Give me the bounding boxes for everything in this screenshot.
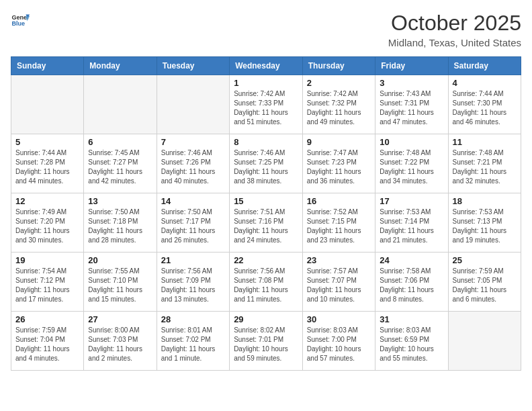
calendar-cell	[448, 312, 521, 371]
calendar-cell: 22Sunrise: 7:56 AM Sunset: 7:08 PM Dayli…	[230, 253, 303, 312]
day-info: Sunrise: 7:44 AM Sunset: 7:30 PM Dayligh…	[453, 89, 517, 127]
day-info: Sunrise: 7:53 AM Sunset: 7:14 PM Dayligh…	[380, 208, 443, 245]
day-number: 2	[307, 78, 371, 88]
day-info: Sunrise: 7:51 AM Sunset: 7:16 PM Dayligh…	[234, 208, 298, 245]
day-info: Sunrise: 7:59 AM Sunset: 7:05 PM Dayligh…	[453, 267, 517, 304]
day-info: Sunrise: 7:54 AM Sunset: 7:12 PM Dayligh…	[15, 267, 79, 304]
week-row-3: 19Sunrise: 7:54 AM Sunset: 7:12 PM Dayli…	[11, 253, 521, 312]
day-number: 26	[15, 314, 79, 324]
calendar-cell: 21Sunrise: 7:56 AM Sunset: 7:09 PM Dayli…	[157, 253, 229, 312]
calendar-cell	[157, 75, 229, 134]
day-number: 25	[453, 255, 517, 265]
calendar-cell: 3Sunrise: 7:43 AM Sunset: 7:31 PM Daylig…	[375, 75, 448, 134]
calendar-cell: 10Sunrise: 7:48 AM Sunset: 7:22 PM Dayli…	[375, 134, 448, 193]
day-info: Sunrise: 7:48 AM Sunset: 7:22 PM Dayligh…	[380, 148, 443, 186]
day-info: Sunrise: 7:48 AM Sunset: 7:21 PM Dayligh…	[453, 148, 517, 186]
calendar-cell	[84, 75, 157, 134]
day-info: Sunrise: 7:49 AM Sunset: 7:20 PM Dayligh…	[15, 208, 79, 245]
calendar-cell: 27Sunrise: 8:00 AM Sunset: 7:03 PM Dayli…	[84, 312, 157, 371]
day-number: 19	[15, 255, 79, 265]
day-number: 31	[380, 314, 443, 324]
page-header: General Blue October 2025 Midland, Texas…	[11, 11, 521, 48]
calendar-cell: 30Sunrise: 8:03 AM Sunset: 7:00 PM Dayli…	[302, 312, 375, 371]
week-row-0: 1Sunrise: 7:42 AM Sunset: 7:33 PM Daylig…	[11, 75, 521, 134]
day-number: 1	[234, 78, 298, 88]
col-header-thursday: Thursday	[302, 57, 375, 75]
col-header-monday: Monday	[84, 57, 157, 75]
day-number: 7	[161, 137, 225, 147]
day-number: 15	[234, 196, 298, 206]
week-row-2: 12Sunrise: 7:49 AM Sunset: 7:20 PM Dayli…	[11, 193, 521, 253]
week-row-1: 5Sunrise: 7:44 AM Sunset: 7:28 PM Daylig…	[11, 134, 521, 193]
day-info: Sunrise: 7:59 AM Sunset: 7:04 PM Dayligh…	[15, 326, 79, 363]
calendar-header-row: SundayMondayTuesdayWednesdayThursdayFrid…	[11, 57, 521, 75]
day-info: Sunrise: 7:52 AM Sunset: 7:15 PM Dayligh…	[307, 208, 371, 245]
title-block: October 2025 Midland, Texas, United Stat…	[388, 11, 521, 48]
day-number: 9	[307, 137, 371, 147]
day-info: Sunrise: 7:53 AM Sunset: 7:13 PM Dayligh…	[453, 208, 517, 245]
day-info: Sunrise: 7:56 AM Sunset: 7:09 PM Dayligh…	[161, 267, 225, 304]
day-info: Sunrise: 8:01 AM Sunset: 7:02 PM Dayligh…	[161, 326, 225, 363]
calendar-cell	[11, 75, 84, 134]
day-number: 28	[161, 314, 225, 324]
calendar-cell: 17Sunrise: 7:53 AM Sunset: 7:14 PM Dayli…	[375, 193, 448, 253]
calendar-cell: 23Sunrise: 7:57 AM Sunset: 7:07 PM Dayli…	[302, 253, 375, 312]
day-info: Sunrise: 7:57 AM Sunset: 7:07 PM Dayligh…	[307, 267, 371, 304]
day-number: 27	[88, 314, 152, 324]
day-info: Sunrise: 7:55 AM Sunset: 7:10 PM Dayligh…	[88, 267, 152, 304]
logo: General Blue	[11, 11, 30, 30]
day-number: 13	[88, 196, 152, 206]
day-number: 4	[453, 78, 517, 88]
day-info: Sunrise: 7:46 AM Sunset: 7:25 PM Dayligh…	[234, 148, 298, 186]
calendar-cell: 13Sunrise: 7:50 AM Sunset: 7:18 PM Dayli…	[84, 193, 157, 253]
col-header-sunday: Sunday	[11, 57, 84, 75]
calendar-cell: 14Sunrise: 7:50 AM Sunset: 7:17 PM Dayli…	[157, 193, 229, 253]
calendar-cell: 18Sunrise: 7:53 AM Sunset: 7:13 PM Dayli…	[448, 193, 521, 253]
calendar-cell: 12Sunrise: 7:49 AM Sunset: 7:20 PM Dayli…	[11, 193, 84, 253]
day-number: 6	[88, 137, 152, 147]
day-info: Sunrise: 7:46 AM Sunset: 7:26 PM Dayligh…	[161, 148, 225, 186]
calendar-cell: 15Sunrise: 7:51 AM Sunset: 7:16 PM Dayli…	[230, 193, 303, 253]
day-info: Sunrise: 8:03 AM Sunset: 6:59 PM Dayligh…	[380, 326, 443, 363]
day-number: 24	[380, 255, 443, 265]
svg-text:Blue: Blue	[11, 20, 25, 27]
calendar-cell: 28Sunrise: 8:01 AM Sunset: 7:02 PM Dayli…	[157, 312, 229, 371]
calendar-cell: 26Sunrise: 7:59 AM Sunset: 7:04 PM Dayli…	[11, 312, 84, 371]
col-header-saturday: Saturday	[448, 57, 521, 75]
day-number: 10	[380, 137, 443, 147]
calendar-cell: 6Sunrise: 7:45 AM Sunset: 7:27 PM Daylig…	[84, 134, 157, 193]
calendar-cell: 25Sunrise: 7:59 AM Sunset: 7:05 PM Dayli…	[448, 253, 521, 312]
day-number: 16	[307, 196, 371, 206]
day-number: 14	[161, 196, 225, 206]
calendar-cell: 4Sunrise: 7:44 AM Sunset: 7:30 PM Daylig…	[448, 75, 521, 134]
location: Midland, Texas, United States	[388, 37, 521, 48]
calendar-table: SundayMondayTuesdayWednesdayThursdayFrid…	[11, 56, 521, 371]
calendar-cell: 11Sunrise: 7:48 AM Sunset: 7:21 PM Dayli…	[448, 134, 521, 193]
day-number: 21	[161, 255, 225, 265]
calendar-cell: 1Sunrise: 7:42 AM Sunset: 7:33 PM Daylig…	[230, 75, 303, 134]
day-info: Sunrise: 8:03 AM Sunset: 7:00 PM Dayligh…	[307, 326, 371, 363]
calendar-cell: 2Sunrise: 7:42 AM Sunset: 7:32 PM Daylig…	[302, 75, 375, 134]
day-info: Sunrise: 7:58 AM Sunset: 7:06 PM Dayligh…	[380, 267, 443, 304]
logo-icon: General Blue	[11, 11, 30, 30]
day-number: 11	[453, 137, 517, 147]
day-info: Sunrise: 7:42 AM Sunset: 7:33 PM Dayligh…	[234, 89, 298, 127]
day-number: 22	[234, 255, 298, 265]
calendar-cell: 9Sunrise: 7:47 AM Sunset: 7:23 PM Daylig…	[302, 134, 375, 193]
day-number: 8	[234, 137, 298, 147]
day-number: 20	[88, 255, 152, 265]
col-header-friday: Friday	[375, 57, 448, 75]
day-info: Sunrise: 7:47 AM Sunset: 7:23 PM Dayligh…	[307, 148, 371, 186]
calendar-cell: 7Sunrise: 7:46 AM Sunset: 7:26 PM Daylig…	[157, 134, 229, 193]
day-number: 3	[380, 78, 443, 88]
calendar-cell: 29Sunrise: 8:02 AM Sunset: 7:01 PM Dayli…	[230, 312, 303, 371]
col-header-wednesday: Wednesday	[230, 57, 303, 75]
calendar-cell: 20Sunrise: 7:55 AM Sunset: 7:10 PM Dayli…	[84, 253, 157, 312]
day-number: 5	[15, 137, 79, 147]
day-number: 18	[453, 196, 517, 206]
day-number: 17	[380, 196, 443, 206]
day-info: Sunrise: 8:02 AM Sunset: 7:01 PM Dayligh…	[234, 326, 298, 363]
day-info: Sunrise: 7:50 AM Sunset: 7:18 PM Dayligh…	[88, 208, 152, 245]
day-info: Sunrise: 7:56 AM Sunset: 7:08 PM Dayligh…	[234, 267, 298, 304]
calendar-cell: 19Sunrise: 7:54 AM Sunset: 7:12 PM Dayli…	[11, 253, 84, 312]
